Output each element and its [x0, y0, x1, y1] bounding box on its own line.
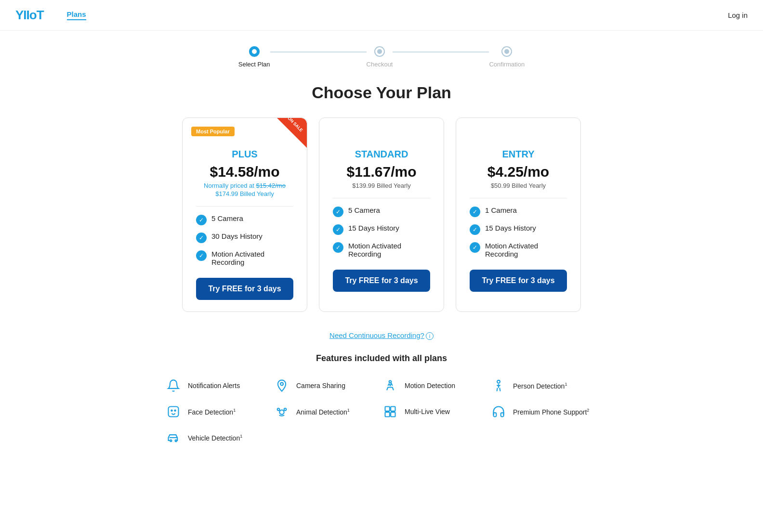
stepper: Select Plan Checkout Confirmation	[0, 31, 763, 76]
header: YIIoT Plans Log in	[0, 0, 763, 31]
features-title: Features included with all plans	[29, 353, 734, 363]
plan-card-plus: Most Popular ON SALE PLUS $14.58/mo Norm…	[182, 117, 307, 312]
step-circle-checkout	[374, 46, 385, 57]
try-btn-entry[interactable]: Try FREE for 3 days	[470, 270, 567, 292]
plans-container: Most Popular ON SALE PLUS $14.58/mo Norm…	[0, 117, 763, 327]
check-icon: ✓	[470, 224, 480, 235]
feature-person-detection: Person Detection1	[490, 377, 598, 394]
login-button[interactable]: Log in	[728, 11, 748, 19]
feature-label: Animal Detection1	[296, 408, 350, 416]
svg-rect-9	[385, 407, 390, 411]
svg-rect-12	[391, 412, 395, 416]
plan-features-plus: ✓ 5 Camera ✓ 30 Days History ✓ Motion Ac…	[196, 214, 293, 266]
try-btn-standard[interactable]: Try FREE for 3 days	[333, 270, 430, 292]
plan-billing-plus: $174.99 Billed Yearly	[196, 190, 293, 197]
logo: YIIoT	[15, 8, 44, 23]
animal-icon	[273, 403, 290, 420]
step-label-confirmation: Confirmation	[489, 61, 525, 68]
feature-vehicle-detection: Vehicle Detection1	[165, 429, 273, 446]
feature-item: ✓ 1 Camera	[470, 206, 567, 217]
check-icon: ✓	[196, 215, 207, 225]
step-confirmation: Confirmation	[489, 46, 525, 68]
plan-billing-standard: $139.99 Billed Yearly	[333, 182, 430, 189]
plan-divider-entry	[470, 198, 567, 198]
info-icon: i	[426, 332, 434, 340]
svg-point-7	[277, 408, 280, 411]
plan-name-entry: ENTRY	[470, 149, 567, 160]
plan-name-standard: STANDARD	[333, 149, 430, 160]
feature-text: Motion Activated Recording	[348, 242, 430, 258]
bell-icon	[165, 377, 182, 394]
feature-label: Motion Detection	[405, 382, 455, 389]
motion-icon	[382, 377, 399, 394]
plan-card-standard: STANDARD $11.67/mo $139.99 Billed Yearly…	[319, 117, 444, 312]
svg-rect-11	[385, 412, 390, 416]
feature-camera-sharing: Camera Sharing	[273, 377, 382, 394]
check-icon: ✓	[196, 233, 207, 243]
feature-text: 15 Days History	[348, 224, 399, 232]
feature-notification-alerts: Notification Alerts	[165, 377, 273, 394]
feature-text: 15 Days History	[485, 224, 536, 232]
continuous-recording-link[interactable]: Need Continuous Recording?i	[0, 331, 763, 340]
features-section: Features included with all plans Notific…	[0, 353, 763, 466]
svg-point-0	[280, 383, 283, 386]
feature-item: ✓ 5 Camera	[196, 214, 293, 225]
step-label-select-plan: Select Plan	[238, 61, 270, 68]
page-title: Choose Your Plan	[0, 83, 763, 102]
plan-price-standard: $11.67/mo	[333, 164, 430, 180]
step-circle-select-plan	[249, 46, 260, 57]
try-btn-plus[interactable]: Try FREE for 3 days	[196, 278, 293, 300]
feature-item: ✓ 15 Days History	[470, 224, 567, 235]
car-icon	[165, 429, 182, 446]
feature-text: 1 Camera	[485, 206, 517, 214]
plan-name-plus: PLUS	[196, 149, 293, 160]
feature-text: 30 Days History	[211, 232, 263, 240]
feature-text: Motion Activated Recording	[485, 242, 567, 258]
feature-item: ✓ Motion Activated Recording	[196, 250, 293, 266]
check-icon: ✓	[333, 224, 343, 235]
feature-text: 5 Camera	[348, 206, 380, 214]
feature-face-detection: Face Detection1	[165, 403, 273, 420]
svg-point-4	[171, 410, 172, 411]
svg-point-1	[389, 381, 392, 383]
svg-point-6	[279, 410, 284, 415]
grid-icon	[382, 403, 399, 420]
svg-point-13	[170, 440, 172, 442]
feature-multi-live-view: Multi-Live View	[382, 403, 490, 420]
step-checkout: Checkout	[367, 46, 393, 68]
svg-point-8	[284, 408, 287, 411]
feature-label: Notification Alerts	[188, 382, 240, 389]
plan-features-entry: ✓ 1 Camera ✓ 15 Days History ✓ Motion Ac…	[470, 206, 567, 258]
location-icon	[273, 377, 290, 394]
step-circle-confirmation	[501, 46, 512, 57]
check-icon: ✓	[333, 207, 343, 217]
check-icon: ✓	[470, 242, 480, 253]
plan-features-standard: ✓ 5 Camera ✓ 15 Days History ✓ Motion Ac…	[333, 206, 430, 258]
feature-label: Premium Phone Support2	[513, 408, 589, 416]
check-icon: ✓	[333, 242, 343, 253]
feature-text: 5 Camera	[211, 214, 243, 222]
badge-popular: Most Popular	[191, 127, 235, 136]
feature-item: ✓ Motion Activated Recording	[333, 242, 430, 258]
feature-text: Motion Activated Recording	[211, 250, 293, 266]
feature-label: Vehicle Detection1	[188, 434, 242, 442]
feature-motion-detection: Motion Detection	[382, 377, 490, 394]
plan-price-plus: $14.58/mo	[196, 164, 293, 180]
step-label-checkout: Checkout	[367, 61, 393, 68]
feature-item: ✓ 30 Days History	[196, 232, 293, 243]
plan-card-entry: ENTRY $4.25/mo $50.99 Billed Yearly ✓ 1 …	[456, 117, 581, 312]
feature-item: ✓ 15 Days History	[333, 224, 430, 235]
features-grid: Notification Alerts Camera Sharing Mo	[165, 377, 598, 446]
nav-plans[interactable]: Plans	[67, 10, 86, 20]
step-line-2	[393, 52, 489, 52]
feature-animal-detection: Animal Detection1	[273, 403, 382, 420]
face-icon	[165, 403, 182, 420]
check-icon: ✓	[196, 250, 207, 261]
continuous-recording-anchor[interactable]: Need Continuous Recording?	[329, 331, 424, 339]
svg-point-2	[497, 380, 500, 383]
feature-item: ✓ Motion Activated Recording	[470, 242, 567, 258]
check-icon: ✓	[470, 207, 480, 217]
plan-divider-standard	[333, 198, 430, 198]
svg-point-5	[174, 410, 175, 411]
person-icon	[490, 377, 507, 394]
